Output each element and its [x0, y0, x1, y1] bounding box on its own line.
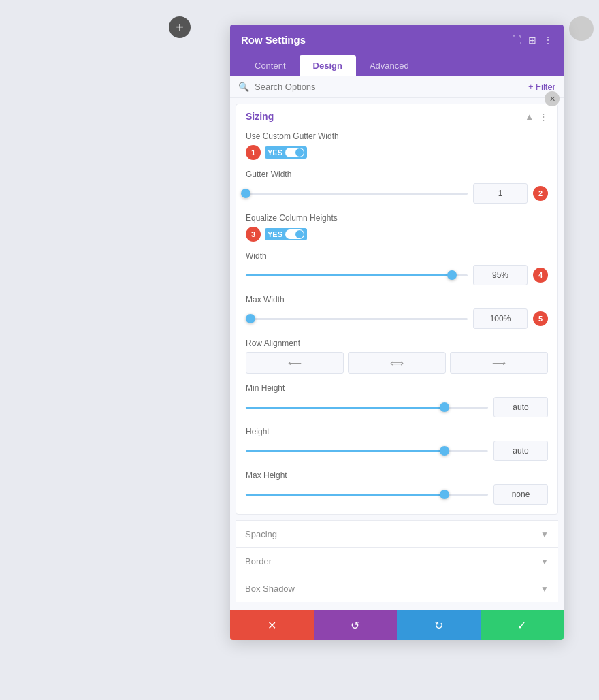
- gutter-width-row: Gutter Width 1 2: [246, 170, 548, 204]
- border-chevron-icon: ▼: [540, 557, 549, 567]
- spacing-title: Spacing: [245, 529, 277, 539]
- save-button[interactable]: ✓: [481, 610, 564, 640]
- toggle2-track: [285, 229, 304, 239]
- width-row: Width 95% 4: [246, 251, 548, 285]
- spacing-section[interactable]: Spacing ▼: [236, 520, 558, 547]
- section-controls: ▲ ⋮: [525, 112, 548, 122]
- columns-icon[interactable]: ⊞: [528, 35, 536, 46]
- min-height-slider-row: auto: [246, 397, 548, 417]
- gutter-slider-thumb[interactable]: [241, 189, 250, 198]
- search-input[interactable]: [255, 82, 523, 92]
- equalize-row: Equalize Column Heights 3 YES: [246, 213, 548, 242]
- reset-icon: ↺: [351, 619, 359, 632]
- tab-content[interactable]: Content: [241, 55, 300, 76]
- max-width-slider-container: [246, 313, 468, 325]
- width-value[interactable]: 95%: [473, 265, 528, 285]
- tab-design[interactable]: Design: [300, 55, 356, 76]
- gutter-slider-row: 1 2: [246, 183, 548, 204]
- min-height-value[interactable]: auto: [493, 397, 548, 417]
- equalize-toggle[interactable]: YES: [265, 228, 307, 240]
- max-height-slider-fill: [246, 494, 444, 496]
- fullscreen-icon[interactable]: ⛶: [512, 35, 521, 46]
- panel-header: Row Settings ⛶ ⊞ ⋮: [230, 25, 564, 55]
- tab-advanced[interactable]: Advanced: [356, 55, 423, 76]
- box-shadow-section[interactable]: Box Shadow ▼: [236, 575, 558, 602]
- badge-2: 2: [533, 186, 548, 201]
- max-height-value[interactable]: none: [493, 484, 548, 505]
- header-icons: ⛶ ⊞ ⋮: [512, 35, 553, 46]
- search-bar: 🔍 + Filter: [230, 76, 564, 98]
- row-settings-panel: Row Settings ⛶ ⊞ ⋮ Content Design Advanc…: [230, 25, 564, 640]
- min-height-slider-thumb[interactable]: [440, 402, 449, 412]
- max-height-slider-container: [246, 488, 488, 500]
- height-row: Height auto: [246, 427, 548, 461]
- height-label: Height: [246, 427, 548, 436]
- height-slider-row: auto: [246, 441, 548, 461]
- align-right-button[interactable]: ⟶: [450, 352, 548, 374]
- custom-gutter-label: Use Custom Gutter Width: [246, 131, 548, 141]
- min-height-slider-container: [246, 401, 488, 413]
- width-slider-thumb[interactable]: [447, 270, 457, 280]
- border-title: Border: [245, 556, 272, 567]
- max-width-slider-thumb[interactable]: [246, 314, 255, 323]
- custom-gutter-row: Use Custom Gutter Width 1 YES: [246, 131, 548, 160]
- max-width-slider-track: [246, 318, 468, 320]
- alignment-buttons: ⟵ ⟺ ⟶: [246, 352, 548, 374]
- height-slider-fill: [246, 450, 444, 452]
- section-more-icon[interactable]: ⋮: [539, 112, 548, 122]
- redo-button[interactable]: ↻: [397, 610, 481, 640]
- sizing-body: Use Custom Gutter Width 1 YES Gutter Wid…: [236, 129, 557, 514]
- add-button[interactable]: +: [169, 16, 191, 38]
- max-height-slider-thumb[interactable]: [440, 490, 449, 499]
- min-height-row: Min Height auto: [246, 383, 548, 417]
- sizing-section-header: Sizing ▲ ⋮: [236, 104, 557, 129]
- panel-content: Sizing ▲ ⋮ Use Custom Gutter Width 1 YES: [230, 98, 564, 610]
- box-shadow-chevron-icon: ▼: [540, 584, 549, 594]
- max-height-row: Max Height none: [246, 471, 548, 505]
- align-right-icon: ⟶: [492, 357, 506, 368]
- min-height-slider-track: [246, 407, 488, 409]
- panel-footer: ✕ ↺ ↻ ✓: [230, 610, 564, 640]
- toggle-track: [285, 148, 304, 157]
- custom-gutter-toggle[interactable]: YES: [265, 146, 307, 159]
- save-icon: ✓: [517, 619, 526, 632]
- badge-1: 1: [246, 145, 261, 160]
- align-left-button[interactable]: ⟵: [246, 352, 344, 374]
- height-value[interactable]: auto: [493, 441, 548, 461]
- search-icon: 🔍: [238, 82, 249, 92]
- max-width-label: Max Width: [246, 295, 548, 304]
- row-alignment-label: Row Alignment: [246, 338, 548, 348]
- more-icon[interactable]: ⋮: [543, 35, 553, 46]
- filter-button[interactable]: + Filter: [528, 82, 555, 92]
- max-width-slider-row: 100% 5: [246, 308, 548, 329]
- width-slider-track: [246, 274, 468, 276]
- height-slider-track: [246, 450, 488, 452]
- max-height-label: Max Height: [246, 471, 548, 480]
- max-height-slider-row: none: [246, 484, 548, 505]
- box-shadow-title: Box Shadow: [245, 584, 295, 594]
- toggle2-yes-label: YES: [268, 230, 282, 238]
- gutter-value[interactable]: 1: [473, 183, 528, 204]
- badge-3: 3: [246, 227, 261, 242]
- sizing-section: Sizing ▲ ⋮ Use Custom Gutter Width 1 YES: [236, 104, 558, 515]
- row-alignment-row: Row Alignment ⟵ ⟺ ⟶: [246, 338, 548, 374]
- toggle-yes-label: YES: [268, 148, 282, 157]
- align-left-icon: ⟵: [288, 357, 302, 368]
- max-width-value[interactable]: 100%: [473, 308, 528, 329]
- close-button[interactable]: ✕: [545, 91, 560, 106]
- min-height-slider-fill: [246, 407, 444, 409]
- border-section[interactable]: Border ▼: [236, 547, 558, 575]
- filter-label: + Filter: [528, 82, 555, 92]
- reset-button[interactable]: ↺: [314, 610, 398, 640]
- width-label: Width: [246, 251, 548, 261]
- cancel-button[interactable]: ✕: [230, 610, 314, 640]
- align-center-button[interactable]: ⟺: [348, 352, 446, 374]
- gutter-slider-track: [246, 193, 468, 195]
- max-height-slider-track: [246, 494, 488, 496]
- height-slider-thumb[interactable]: [440, 446, 449, 456]
- collapse-icon[interactable]: ▲: [525, 112, 534, 122]
- badge-5: 5: [533, 311, 548, 326]
- width-slider-row: 95% 4: [246, 265, 548, 285]
- gutter-slider-container: [246, 187, 468, 200]
- badge-4: 4: [533, 268, 548, 283]
